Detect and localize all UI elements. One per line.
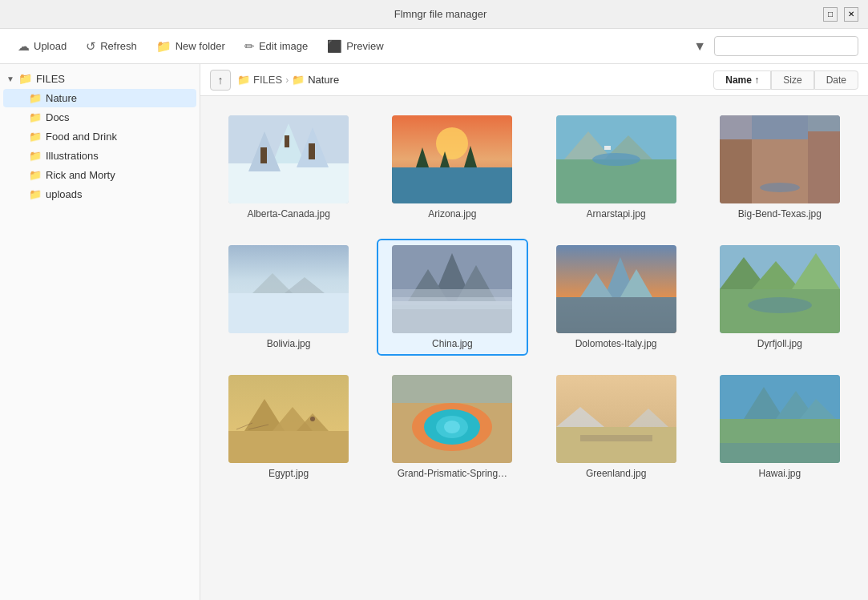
sidebar-item-food-and-drink[interactable]: 📁Food and Drink <box>3 127 196 146</box>
file-item[interactable]: Egypt.jpg <box>213 368 364 485</box>
sidebar-item-label: Rick and Morty <box>46 169 115 181</box>
breadcrumb-current: Nature <box>308 74 339 86</box>
svg-marker-24 <box>720 115 752 139</box>
folder-icon: 📁 <box>29 92 42 104</box>
file-item[interactable]: Alberta-Canada.jpg <box>213 109 364 226</box>
file-grid-wrapper: Alberta-Canada.jpg Arizona.jpg Arnarstap… <box>200 96 868 600</box>
new-folder-icon: 📁 <box>156 39 172 54</box>
sidebar-item-label: Illustrations <box>46 150 99 162</box>
file-thumbnail <box>228 115 349 203</box>
file-thumbnail <box>228 245 349 333</box>
sidebar-item-label: uploads <box>46 188 83 200</box>
file-thumbnail <box>392 245 512 333</box>
svg-rect-19 <box>604 146 611 150</box>
svg-rect-74 <box>720 443 840 463</box>
file-name: Egypt.jpg <box>268 468 309 479</box>
file-name: Arnarstapi.jpg <box>587 208 646 219</box>
chevron-down-icon: ▼ <box>6 74 14 83</box>
window-title: Flmngr file manager <box>58 8 823 20</box>
sort-name-button[interactable]: Name ↑ <box>713 70 771 90</box>
sidebar-root-label: FILES <box>36 73 65 85</box>
svg-rect-22 <box>720 139 752 203</box>
file-name: Big-Bend-Texas.jpg <box>738 208 822 219</box>
svg-rect-10 <box>392 167 512 203</box>
sort-size-button[interactable]: Size <box>771 70 813 90</box>
sidebar-item-rick-and-morty[interactable]: 📁Rick and Morty <box>3 166 196 184</box>
window-controls: □ ✕ <box>823 7 858 22</box>
svg-rect-7 <box>285 135 289 147</box>
file-thumbnail <box>556 245 676 333</box>
file-item[interactable]: Arnarstapi.jpg <box>541 109 692 226</box>
svg-rect-6 <box>309 143 315 159</box>
filter-icon: ▼ <box>693 39 706 54</box>
svg-rect-37 <box>392 297 512 309</box>
breadcrumb-current-folder-icon: 📁 <box>292 74 305 86</box>
root-folder-icon: 📁 <box>18 72 32 85</box>
refresh-button[interactable]: ↺ Refresh <box>78 35 145 58</box>
file-item[interactable]: Arizona.jpg <box>377 109 527 226</box>
svg-rect-5 <box>260 147 267 163</box>
file-item[interactable]: Dolomotes-Italy.jpg <box>541 239 692 356</box>
file-thumbnail <box>556 115 676 203</box>
svg-rect-1 <box>228 163 349 203</box>
svg-point-18 <box>592 153 640 166</box>
file-item[interactable]: Grand-Prismatic-Spring… <box>377 368 527 485</box>
folder-icon: 📁 <box>29 150 42 162</box>
file-thumbnail <box>720 375 840 463</box>
sort-date-button[interactable]: Date <box>814 70 858 90</box>
svg-rect-73 <box>720 375 840 419</box>
svg-point-48 <box>748 297 812 313</box>
file-name: Alberta-Canada.jpg <box>247 208 329 219</box>
file-thumbnail <box>228 375 349 463</box>
file-name: Dyrfjoll.jpg <box>757 338 802 349</box>
nav-bar: ↑ 📁 FILES › 📁 Nature Name ↑ Size Date <box>200 64 868 96</box>
sidebar-item-uploads[interactable]: 📁uploads <box>3 185 196 203</box>
file-item[interactable]: Big-Bend-Texas.jpg <box>704 109 855 226</box>
svg-rect-23 <box>808 131 840 203</box>
svg-point-61 <box>444 421 460 433</box>
sort-controls: Name ↑ Size Date <box>713 70 858 90</box>
sidebar-item-illustrations[interactable]: 📁Illustrations <box>3 147 196 165</box>
file-thumbnail <box>556 375 676 463</box>
breadcrumb-separator: › <box>285 74 289 86</box>
breadcrumb-root[interactable]: FILES <box>253 74 282 86</box>
file-thumbnail <box>720 115 840 203</box>
file-name: Hawai.jpg <box>759 468 801 479</box>
svg-rect-62 <box>392 375 512 403</box>
preview-icon: ⬛ <box>327 39 342 54</box>
svg-rect-64 <box>556 427 676 463</box>
edit-image-icon: ✏ <box>244 39 255 54</box>
refresh-icon: ↺ <box>86 39 96 54</box>
sidebar-item-docs[interactable]: 📁Docs <box>3 108 196 127</box>
close-button[interactable]: ✕ <box>844 7 858 22</box>
svg-marker-25 <box>808 115 840 131</box>
file-item[interactable]: Dyrfjoll.jpg <box>704 239 855 356</box>
upload-button[interactable]: ☁ Upload <box>10 35 75 58</box>
file-name: China.jpg <box>432 338 473 349</box>
file-item[interactable]: China.jpg <box>377 239 527 356</box>
svg-rect-39 <box>556 297 676 333</box>
sidebar-root-item[interactable]: ▼ 📁 FILES <box>0 69 200 88</box>
file-grid: Alberta-Canada.jpg Arizona.jpg Arnarstap… <box>213 109 855 485</box>
sidebar: ▼ 📁 FILES 📁Nature📁Docs📁Food and Drink📁Il… <box>0 64 200 600</box>
sidebar-item-label: Docs <box>46 111 70 123</box>
preview-button[interactable]: ⬛ Preview <box>319 35 391 58</box>
breadcrumb-folder-icon: 📁 <box>237 74 250 86</box>
minimize-button[interactable]: □ <box>823 7 838 22</box>
new-folder-button[interactable]: 📁 New folder <box>148 35 233 58</box>
svg-rect-15 <box>556 159 676 203</box>
edit-image-button[interactable]: ✏ Edit image <box>236 35 316 58</box>
svg-rect-67 <box>580 435 652 441</box>
file-item[interactable]: Greenland.jpg <box>541 368 692 485</box>
file-name: Greenland.jpg <box>586 468 646 479</box>
search-input[interactable] <box>714 36 858 56</box>
file-name: Dolomotes-Italy.jpg <box>575 338 657 349</box>
file-item[interactable]: Bolivia.jpg <box>213 239 364 356</box>
toolbar: ☁ Upload ↺ Refresh 📁 New folder ✏ Edit i… <box>0 29 868 64</box>
file-thumbnail <box>392 115 512 203</box>
sidebar-item-nature[interactable]: 📁Nature <box>3 89 196 107</box>
file-item[interactable]: Hawai.jpg <box>704 368 855 485</box>
folder-icon: 📁 <box>29 131 42 143</box>
nav-up-button[interactable]: ↑ <box>210 70 231 91</box>
sidebar-item-label: Nature <box>46 92 77 104</box>
